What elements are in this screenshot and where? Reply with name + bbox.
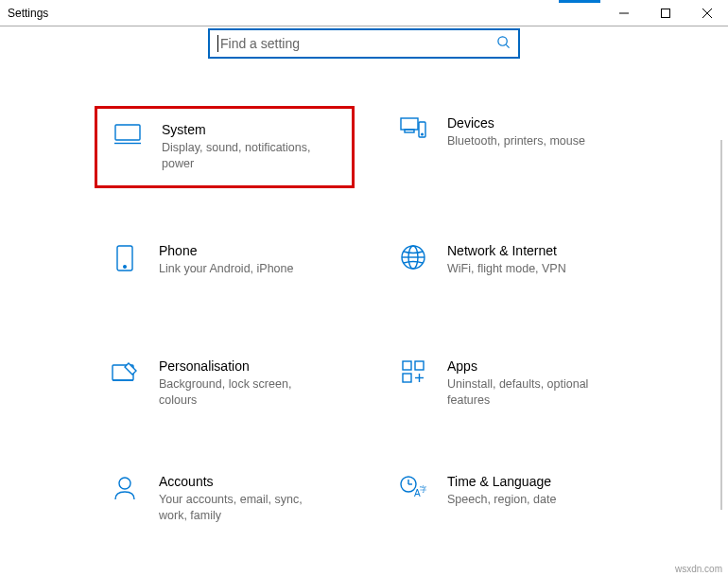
svg-rect-20 — [415, 361, 424, 370]
item-desc: Background, lock screen, colours — [159, 376, 329, 409]
svg-rect-21 — [403, 374, 411, 382]
minimize-button[interactable] — [603, 0, 645, 26]
watermark: wsxdn.com — [675, 564, 722, 574]
settings-item-network[interactable]: Network & Internet WiFi, flight mode, VP… — [383, 234, 643, 304]
item-desc: WiFi, flight mode, VPN — [447, 261, 566, 277]
svg-rect-9 — [405, 130, 414, 132]
text-caret — [217, 35, 218, 52]
svg-rect-6 — [115, 125, 140, 140]
item-desc: Uninstall, defaults, optional features — [447, 376, 617, 409]
svg-rect-1 — [662, 9, 670, 17]
personalisation-icon — [108, 360, 142, 383]
close-button[interactable] — [686, 0, 728, 26]
scrollbar[interactable] — [715, 26, 728, 567]
settings-item-time-language[interactable]: A字 Time & Language Speech, region, date — [383, 464, 643, 534]
search-icon — [496, 35, 511, 52]
window-controls — [603, 0, 728, 26]
svg-rect-19 — [403, 361, 411, 370]
item-title: Phone — [159, 243, 293, 258]
devices-icon — [396, 117, 430, 140]
settings-item-devices[interactable]: Devices Bluetooth, printers, mouse — [383, 106, 643, 188]
item-desc: Link your Android, iPhone — [159, 261, 293, 277]
search-placeholder: Find a setting — [220, 36, 300, 51]
window-title: Settings — [8, 7, 48, 20]
svg-point-13 — [124, 265, 127, 268]
svg-point-11 — [422, 133, 424, 135]
phone-icon — [108, 245, 142, 271]
item-desc: Bluetooth, printers, mouse — [447, 133, 585, 149]
item-title: Apps — [447, 358, 617, 374]
time-language-icon: A字 — [396, 476, 430, 500]
svg-text:字: 字 — [420, 485, 426, 494]
settings-item-system[interactable]: System Display, sound, notifications, po… — [95, 106, 355, 188]
search-input[interactable]: Find a setting — [208, 28, 520, 59]
system-icon — [111, 124, 145, 145]
settings-item-phone[interactable]: Phone Link your Android, iPhone — [95, 234, 355, 304]
apps-icon — [396, 360, 430, 383]
item-desc: Speech, region, date — [447, 492, 556, 508]
item-desc: Your accounts, email, sync, work, family — [159, 492, 329, 524]
network-icon — [396, 245, 430, 270]
settings-grid: System Display, sound, notifications, po… — [0, 106, 728, 576]
settings-item-apps[interactable]: Apps Uninstall, defaults, optional featu… — [383, 349, 643, 419]
titlebar: Settings — [0, 0, 728, 26]
item-title: Time & Language — [447, 474, 556, 489]
accounts-icon — [108, 476, 142, 500]
settings-item-personalisation[interactable]: Personalisation Background, lock screen,… — [95, 349, 355, 419]
svg-rect-8 — [401, 118, 418, 130]
item-desc: Display, sound, notifications, power — [162, 140, 332, 172]
item-title: System — [162, 122, 332, 137]
item-title: Personalisation — [159, 358, 329, 374]
svg-point-24 — [119, 478, 130, 489]
settings-item-accounts[interactable]: Accounts Your accounts, email, sync, wor… — [95, 464, 355, 534]
item-title: Accounts — [159, 474, 329, 489]
svg-point-4 — [498, 37, 507, 45]
svg-line-5 — [506, 44, 509, 47]
item-title: Network & Internet — [447, 243, 566, 258]
item-title: Devices — [447, 115, 585, 131]
maximize-button[interactable] — [645, 0, 686, 26]
